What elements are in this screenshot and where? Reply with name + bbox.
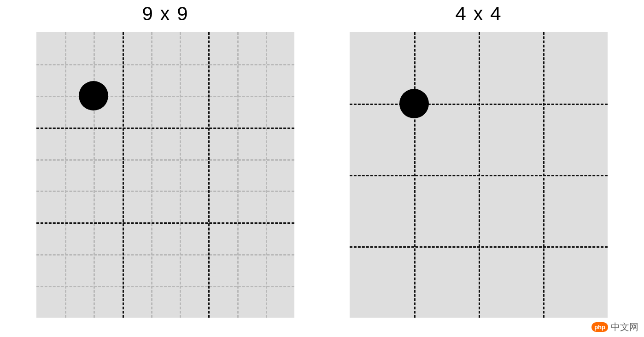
marker-dot-left [79, 81, 108, 110]
watermark-badge: php [591, 322, 608, 332]
watermark-text: 中文网 [611, 321, 638, 333]
title-9x9: 9 x 9 [142, 0, 188, 32]
grid-4x4 [350, 32, 608, 318]
grid-9x9 [36, 32, 294, 318]
marker-dot-right [399, 89, 429, 118]
panel-4x4: 4 x 4 [350, 0, 608, 318]
diagram-wrap: 9 x 9 4 x 4 [0, 0, 644, 318]
panel-9x9: 9 x 9 [36, 0, 294, 318]
title-4x4: 4 x 4 [455, 0, 502, 32]
watermark: php 中文网 [591, 321, 638, 333]
